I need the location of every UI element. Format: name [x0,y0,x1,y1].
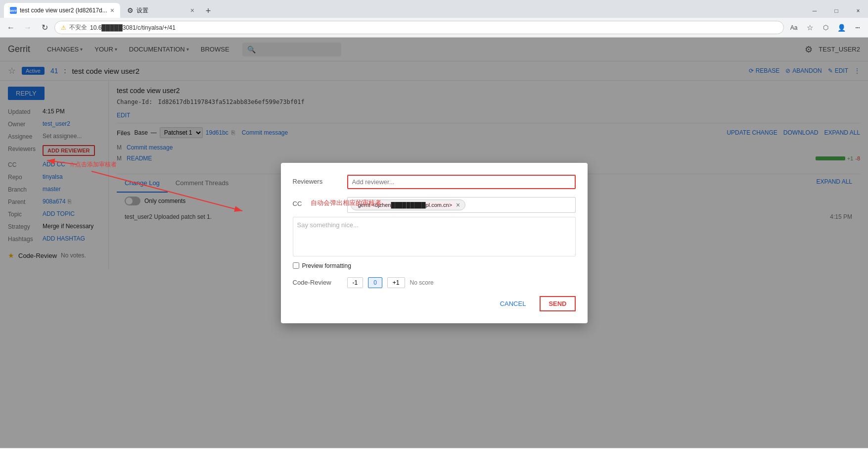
account-btn[interactable]: 👤 [834,21,848,35]
url-text: 10.6█████3081/c/tinyalsa/+/41 [90,24,176,31]
preview-label: Preview formatting [302,262,351,269]
back-btn[interactable]: ← [4,21,18,35]
message-placeholder: Say something nice... [297,221,359,229]
tab-title-2: 设置 [137,6,187,15]
cr-minus1-btn[interactable]: -1 [347,277,364,288]
gerrit-app: Gerrit CHANGES ▾ YOUR ▾ DOCUMENTATION ▾ … [0,38,868,448]
minimize-btn[interactable]: ─ [805,4,824,18]
more-btn[interactable]: ··· [850,21,864,35]
tab-close-1[interactable]: × [110,6,114,14]
security-text: 不安全 [69,23,87,32]
tab-title-1: test code view user2 (Id82617d... [20,7,107,14]
browser-chrome: Gerrit test code view user2 (Id82617d...… [0,0,868,38]
no-score-text: No score [410,279,434,286]
profile-menu-btn[interactable]: Aa [787,21,801,35]
send-button[interactable]: SEND [540,296,575,311]
cancel-button[interactable]: CANCEL [492,296,534,311]
cr-plus1-btn[interactable]: +1 [387,277,405,288]
dialog-footer: CANCEL SEND [293,296,576,311]
forward-btn[interactable]: → [21,21,35,35]
tab-close-2[interactable]: × [190,6,194,14]
preview-formatting-row: Preview formatting [293,262,576,269]
favorites-btn[interactable]: ☆ [803,21,817,35]
message-area[interactable]: Say something nice... [293,217,576,256]
code-review-row: Code-Review -1 0 +1 No score [293,277,576,288]
browser-actions: Aa ☆ ⬡ 👤 ··· [787,21,864,35]
collections-btn[interactable]: ⬡ [819,21,832,35]
restore-btn[interactable]: □ [826,4,846,18]
dialog-cr-label: Code-Review [293,279,342,286]
dialog-annotation: 自动会弹出相应的审核者 [311,199,381,207]
browser-toolbar: ← → ↻ ⚠ 不安全 10.6█████3081/c/tinyalsa/+/4… [0,18,868,38]
cc-tag-close-btn[interactable]: × [456,201,460,209]
new-tab-btn[interactable]: + [201,4,215,18]
security-icon: ⚠ [61,24,66,31]
add-reviewer-input[interactable] [347,175,576,189]
address-bar[interactable]: ⚠ 不安全 10.6█████3081/c/tinyalsa/+/41 [54,21,784,34]
refresh-btn[interactable]: ↻ [38,21,51,35]
close-btn[interactable]: × [848,4,868,18]
reply-dialog: Reviewers CC gerrit <djzhen█████████pl.c… [281,163,588,323]
tab-2[interactable]: ⚙ 设置 × [121,3,200,18]
tab-favicon-1: Gerrit [10,7,17,14]
tab-1[interactable]: Gerrit test code view user2 (Id82617d...… [4,3,120,18]
window-controls: ─ □ × [805,4,868,18]
dialog-reviewers-row: Reviewers [293,175,576,189]
preview-checkbox[interactable] [293,262,299,269]
dialog-reviewers-label: Reviewers [293,175,342,189]
cc-tags-container: gerrit <djzhen█████████pl.com.cn> × [347,197,576,213]
cr-zero-btn[interactable]: 0 [368,277,382,288]
tab-icon-2: ⚙ [127,6,134,14]
